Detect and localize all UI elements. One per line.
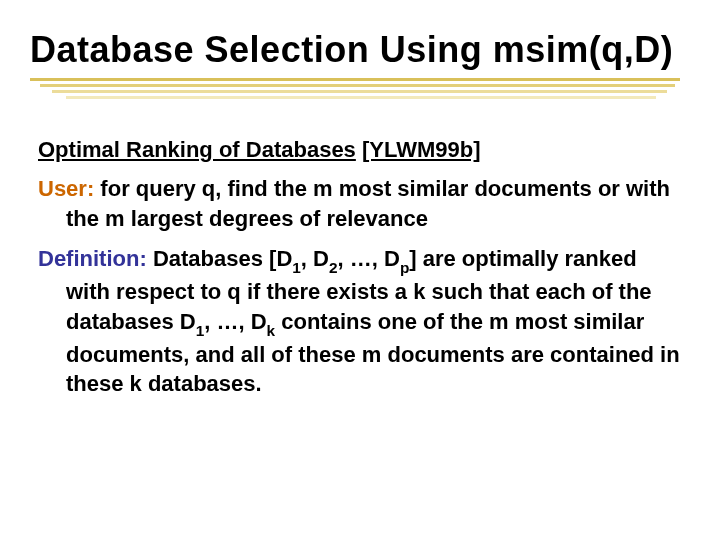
underline-stroke [52, 90, 667, 93]
user-label: User: [38, 176, 94, 201]
definition-text-5: , …, D [204, 309, 266, 334]
slide: Database Selection Using msim(q,D) Optim… [0, 0, 720, 540]
definition-sub-2: 2 [329, 259, 338, 276]
definition-sub-4: 1 [196, 322, 205, 339]
definition-sub-3: p [400, 259, 409, 276]
definition-text-3: , …, D [338, 246, 400, 271]
section-heading-ref-text: [YLWM99b] [362, 137, 481, 162]
title-underline [30, 78, 690, 99]
section-heading: Optimal Ranking of Databases [YLWM99b] [38, 135, 680, 165]
definition-text-2: , D [301, 246, 329, 271]
definition-sub-1: 1 [292, 259, 301, 276]
underline-stroke [66, 96, 656, 99]
definition-text-1: Databases [D [147, 246, 293, 271]
underline-stroke [30, 78, 680, 81]
definition-sub-5: k [267, 322, 276, 339]
definition-label: Definition: [38, 246, 147, 271]
underline-stroke [40, 84, 675, 87]
definition-line: Definition: Databases [D1, D2, …, Dp] ar… [38, 244, 680, 399]
user-text: for query q, find the m most similar doc… [66, 176, 670, 231]
slide-title: Database Selection Using msim(q,D) [30, 30, 690, 70]
section-heading-label: Optimal Ranking of Databases [38, 137, 356, 162]
slide-body: Optimal Ranking of Databases [YLWM99b] U… [30, 135, 690, 400]
user-line: User: for query q, find the m most simil… [38, 174, 680, 233]
